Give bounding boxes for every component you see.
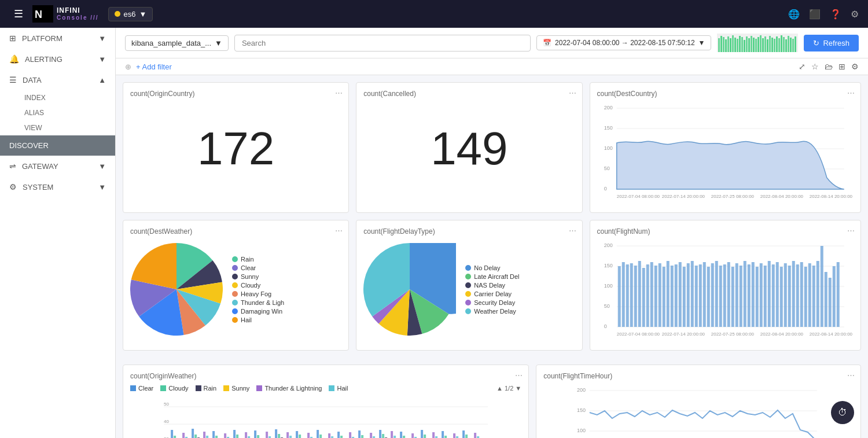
sidebar-label-discover: DISCOVER <box>9 141 49 150</box>
panel-menu-flight-delay-type[interactable]: ⋯ <box>569 226 576 235</box>
index-selector[interactable]: kibana_sample_data_... ▼ <box>125 35 229 51</box>
svg-rect-170 <box>307 433 310 438</box>
svg-rect-69 <box>646 264 649 327</box>
svg-rect-172 <box>317 430 319 438</box>
sidebar-item-view[interactable]: VIEW <box>0 120 115 135</box>
sidebar-item-discover[interactable]: DISCOVER <box>0 135 115 156</box>
legend-item-heavy-fog: Heavy Fog <box>232 290 284 297</box>
star-icon[interactable]: ☆ <box>811 62 819 71</box>
date-range-picker[interactable]: 📅 2022-07-04 08:00:00 → 2022-08-15 07:50… <box>536 35 711 50</box>
sidebar-item-system[interactable]: ⚙ SYSTEM ▼ <box>0 176 115 197</box>
panel-flight-num: count(FlightNum) ⋯ 200 150 100 50 0 <box>590 220 862 351</box>
panel-menu-dest-country[interactable]: ⋯ <box>847 89 855 97</box>
svg-text:200: 200 <box>604 242 612 248</box>
legend-item-damaging: Damaging Win <box>232 308 284 315</box>
svg-rect-208 <box>442 431 444 438</box>
sidebar-item-data[interactable]: ☰ DATA ▲ <box>0 69 115 90</box>
svg-rect-165 <box>289 436 292 438</box>
sidebar-label-platform: PLATFORM <box>22 34 62 43</box>
sidebar-label-gateway: GATEWAY <box>22 162 58 171</box>
svg-rect-34 <box>790 38 792 52</box>
svg-rect-72 <box>658 263 661 327</box>
fullscreen-icon[interactable]: ⤢ <box>799 62 806 71</box>
svg-rect-79 <box>686 263 689 327</box>
sidebar-item-gateway[interactable]: ⇌ GATEWAY ▼ <box>0 156 115 176</box>
help-icon[interactable]: ❓ <box>830 9 841 20</box>
svg-rect-136 <box>192 429 194 438</box>
settings-icon[interactable]: ⚙ <box>851 9 859 20</box>
svg-rect-110 <box>812 266 815 327</box>
data-arrow: ▲ <box>98 76 106 84</box>
panel-menu-cancelled[interactable]: ⋯ <box>569 89 576 97</box>
svg-rect-200 <box>411 433 414 438</box>
env-selector[interactable]: es6 ▼ <box>108 7 153 21</box>
svg-rect-137 <box>194 435 197 438</box>
globe-icon[interactable]: 🌐 <box>788 9 800 20</box>
refresh-button[interactable]: ↻ Refresh <box>804 35 859 51</box>
mini-chart <box>717 34 798 52</box>
panel-flight-delay-type: count(FlightDelayType) ⋯ <box>356 220 582 351</box>
folder-icon[interactable]: 🗁 <box>825 62 833 71</box>
legend-sunny: Sunny <box>223 385 249 392</box>
svg-rect-91 <box>735 263 738 327</box>
logo: N INFINI Console /// <box>32 5 99 23</box>
svg-rect-100 <box>771 264 774 327</box>
search-input[interactable] <box>234 35 531 51</box>
panel-title-cancelled: count(Cancelled) <box>363 90 575 98</box>
sidebar-item-index[interactable]: INDEX <box>0 90 115 105</box>
legend-item-weather-delay: Weather Delay <box>465 308 519 315</box>
float-action-button[interactable]: ⏱ <box>831 401 854 424</box>
grid-icon[interactable]: ⊞ <box>838 62 845 71</box>
svg-rect-63 <box>621 262 624 327</box>
legend-hail: Hail <box>329 385 348 392</box>
legend-cloudy: Cloudy <box>160 385 188 392</box>
svg-rect-109 <box>808 263 811 327</box>
hail-swatch <box>329 385 334 391</box>
toolbar-view-actions: ⤢ ☆ 🗁 ⊞ ⚙ <box>799 62 859 71</box>
panel-menu-flight-time-hour[interactable]: ⋯ <box>847 371 855 380</box>
svg-rect-209 <box>444 436 447 438</box>
panel-dest-weather: count(DestWeather) ⋯ <box>123 220 349 351</box>
add-filter-button[interactable]: + Add filter <box>136 62 172 71</box>
svg-rect-85 <box>711 263 713 327</box>
svg-rect-87 <box>719 266 722 327</box>
svg-rect-28 <box>776 36 778 52</box>
svg-rect-77 <box>678 262 681 327</box>
sidebar-item-alias[interactable]: ALIAS <box>0 105 115 120</box>
svg-rect-182 <box>349 432 351 438</box>
weather-delay-color <box>465 308 471 314</box>
flight-num-chart: 200 150 100 50 0 <box>597 240 854 341</box>
sunny-swatch <box>223 385 229 391</box>
svg-rect-149 <box>236 435 238 438</box>
svg-rect-98 <box>763 266 766 327</box>
legend-thunder: Thunder & Lightning <box>256 385 322 392</box>
svg-rect-195 <box>393 436 396 438</box>
main-layout: ⊞ PLATFORM ▼ 🔔 ALERTING ▼ ☰ DATA ▲ INDEX… <box>0 28 868 438</box>
gateway-icon: ⇌ <box>9 161 16 171</box>
panel-menu-origin-weather[interactable]: ⋯ <box>515 371 523 380</box>
svg-rect-81 <box>694 266 697 327</box>
legend-rain: Rain <box>196 385 217 392</box>
svg-text:2022-07-14 20:00:00: 2022-07-14 20:00:00 <box>661 332 705 337</box>
sidebar-item-platform[interactable]: ⊞ PLATFORM ▼ <box>0 28 115 49</box>
logo-icon: N <box>32 5 53 23</box>
panel-menu-origin-country[interactable]: ⋯ <box>335 89 343 97</box>
nas-delay-color <box>465 282 471 288</box>
sidebar-item-alerting[interactable]: 🔔 ALERTING ▼ <box>0 49 115 69</box>
flight-delay-pie-area: No Delay Late Aircraft Del NAS Delay <box>363 240 575 338</box>
svg-rect-190 <box>379 430 381 438</box>
panel-menu-dest-weather[interactable]: ⋯ <box>335 226 343 235</box>
cloudy-swatch <box>160 385 166 391</box>
svg-rect-86 <box>715 261 718 327</box>
filter-circle-icon: ⊕ <box>125 62 131 71</box>
svg-rect-36 <box>795 36 796 52</box>
panel-title-origin-weather: count(OriginWeather) <box>130 372 521 380</box>
svg-rect-75 <box>670 266 673 327</box>
panel-title-flight-delay-type: count(FlightDelayType) <box>363 227 575 235</box>
download-icon[interactable]: ⬛ <box>809 9 821 20</box>
hamburger-icon[interactable]: ☰ <box>14 8 23 20</box>
legend-item-rain: Rain <box>232 256 284 263</box>
config-icon[interactable]: ⚙ <box>851 62 859 71</box>
svg-rect-30 <box>781 35 782 52</box>
panel-menu-flight-num[interactable]: ⋯ <box>847 226 855 235</box>
